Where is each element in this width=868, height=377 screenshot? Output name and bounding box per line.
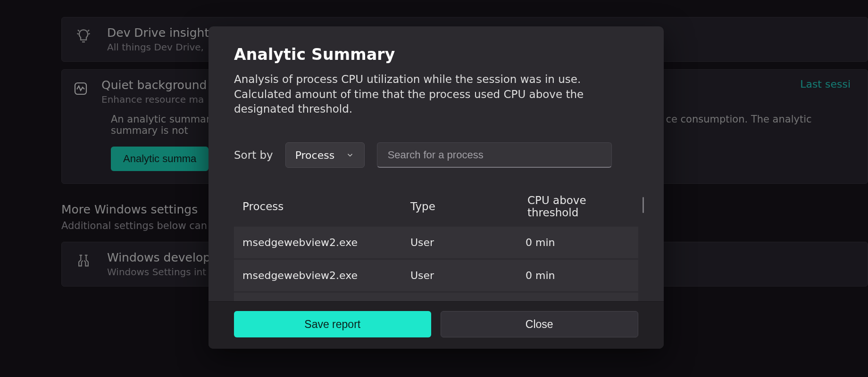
scrollbar-thumb[interactable] — [643, 197, 644, 213]
modal-title: Analytic Summary — [234, 45, 638, 64]
cell-type: User — [410, 270, 526, 281]
table-header-row: Process Type CPU above threshold — [234, 194, 638, 225]
cell-process: msedgewebview2.exe — [242, 270, 410, 281]
col-type[interactable]: Type — [410, 200, 526, 213]
analytic-summary-modal: Analytic Summary Analysis of process CPU… — [209, 26, 664, 349]
save-report-button[interactable]: Save report — [234, 311, 431, 337]
table-row[interactable]: msedgewebview2.exeUser0 min — [234, 225, 638, 258]
process-search-input[interactable] — [377, 142, 612, 168]
sort-by-value: Process — [295, 149, 334, 161]
modal-footer: Save report Close — [209, 301, 664, 349]
close-button[interactable]: Close — [441, 311, 639, 337]
col-cpu[interactable]: CPU above threshold — [526, 194, 630, 219]
cell-cpu: 0 min — [526, 270, 630, 281]
col-process[interactable]: Process — [242, 200, 410, 213]
cell-process: msedgewebview2.exe — [242, 237, 410, 248]
process-table: Process Type CPU above threshold msedgew… — [234, 194, 638, 301]
sort-by-label: Sort by — [234, 149, 273, 161]
sort-by-dropdown[interactable]: Process — [285, 142, 365, 168]
chevron-down-icon — [346, 151, 354, 159]
table-row[interactable]: msedgewebview2.exeUser0 min — [234, 258, 638, 291]
table-row[interactable]: DataExchangeHost.exeUnknown0 min — [234, 291, 638, 301]
modal-description: Analysis of process CPU utilization whil… — [234, 72, 626, 117]
cell-cpu: 0 min — [526, 237, 630, 248]
cell-type: User — [410, 237, 526, 248]
